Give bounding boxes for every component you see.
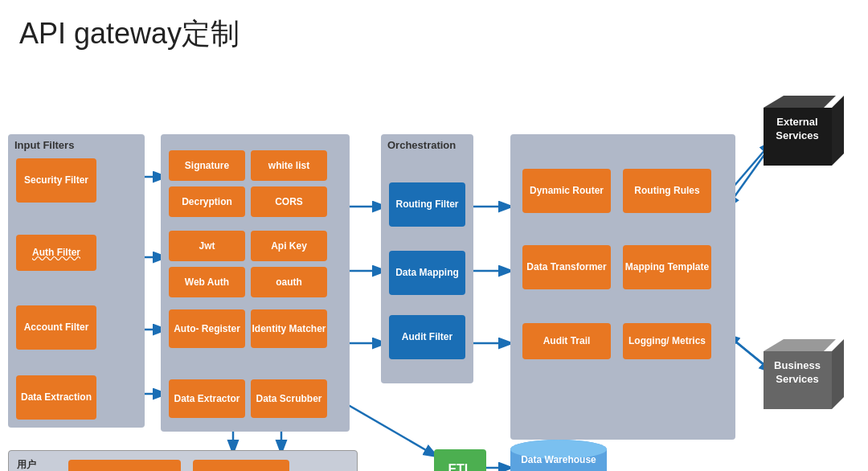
user-service-panel: 用户服务 xyxy=(8,450,358,471)
orchestration-label: Orchestration xyxy=(387,139,456,151)
external-services-cube: External Services xyxy=(755,92,844,176)
user-service-label: 用户服务 xyxy=(17,459,36,471)
logging-metrics-box: Logging/ Metrics xyxy=(623,323,711,359)
account-service-box: Account Service xyxy=(68,460,181,471)
auto-register-box: Auto- Register xyxy=(169,309,245,348)
routing-filter-box: Routing Filter xyxy=(389,182,465,227)
cors-box: CORS xyxy=(251,186,327,217)
business-services-cube: Business Services xyxy=(755,335,844,420)
data-scrubber-box: Data Scrubber xyxy=(251,379,327,418)
account-filter-box: Account Filter xyxy=(16,305,96,350)
auth-service-box: Auth Service xyxy=(193,460,289,471)
input-filters-label: Input Filters xyxy=(14,139,74,151)
api-key-box: Api Key xyxy=(251,231,327,261)
svg-marker-20 xyxy=(832,96,844,166)
signature-box: Signature xyxy=(169,150,245,181)
oauth-box: oauth xyxy=(251,267,327,297)
dynamic-router-box: Dynamic Router xyxy=(522,169,611,213)
white-list-box: white list xyxy=(251,150,327,181)
auth-filter-box: Auth Filter xyxy=(16,235,96,271)
security-filter-box: Security Filter xyxy=(16,158,96,203)
svg-line-16 xyxy=(346,403,436,456)
jwt-box: Jwt xyxy=(169,231,245,261)
svg-marker-23 xyxy=(832,339,844,409)
decryption-box: Decryption xyxy=(169,186,245,217)
identity-matcher-box: Identity Matcher xyxy=(251,309,327,348)
web-auth-box: Web Auth xyxy=(169,267,245,297)
data-transformer-box: Data Transformer xyxy=(522,245,611,289)
routing-rules-box: Routing Rules xyxy=(623,169,711,213)
mapping-template-box: Mapping Template xyxy=(623,245,711,289)
audit-trail-box: Audit Trail xyxy=(522,323,611,359)
svg-marker-22 xyxy=(764,339,836,351)
data-extraction-box: Data Extraction xyxy=(16,375,96,420)
etl-box: ETL xyxy=(434,449,486,471)
page-title: API gateway定制 xyxy=(0,0,868,62)
data-warehouse-cylinder: Data Warehouse xyxy=(506,440,611,471)
data-mapping-box: Data Mapping xyxy=(389,251,465,295)
data-extractor-box: Data Extractor xyxy=(169,379,245,418)
svg-marker-19 xyxy=(764,96,836,108)
audit-filter-box: Audit Filter xyxy=(389,315,465,359)
